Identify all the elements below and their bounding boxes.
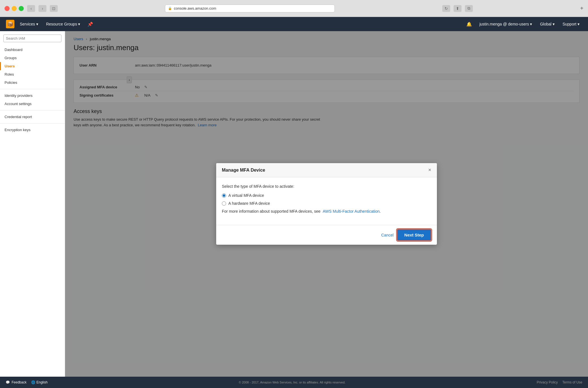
resource-groups-label: Resource Groups <box>46 22 77 26</box>
sidebar-item-dashboard[interactable]: Dashboard <box>0 46 65 54</box>
hardware-mfa-label: A hardware MFA device <box>228 201 270 206</box>
sidebar-item-label: Credential report <box>5 115 32 119</box>
sidebar-item-account-settings[interactable]: Account settings <box>0 100 65 108</box>
manage-mfa-modal: Manage MFA Device × Select the type of M… <box>216 163 437 245</box>
footer: 💬 Feedback 🌐 English © 2008 - 2017, Amaz… <box>0 377 588 388</box>
sidebar-item-identity-providers[interactable]: Identity providers <box>0 91 65 100</box>
modal-overlay: Manage MFA Device × Select the type of M… <box>65 31 588 377</box>
cancel-button[interactable]: Cancel <box>381 233 394 237</box>
sidebar-item-label: Roles <box>5 72 14 76</box>
feedback-button[interactable]: 💬 Feedback <box>6 380 27 384</box>
resource-groups-menu[interactable]: Resource Groups ▾ <box>42 17 84 31</box>
services-label: Services <box>20 22 35 26</box>
hardware-mfa-option[interactable]: A hardware MFA device <box>222 201 431 206</box>
support-menu[interactable]: Support ▾ <box>559 17 583 31</box>
mfa-info-end: . <box>380 209 381 214</box>
mfa-info: For more information about supported MFA… <box>222 209 431 214</box>
services-chevron-icon: ▾ <box>36 22 38 26</box>
url-bar[interactable]: 🔒 console.aws.amazon.com <box>165 5 335 12</box>
region-label: Global <box>540 22 551 26</box>
tab-button[interactable]: ⧉ <box>465 5 473 12</box>
language-selector[interactable]: 🌐 English <box>31 380 48 384</box>
sidebar-item-label: Identity providers <box>5 93 33 98</box>
new-tab-button[interactable]: + <box>580 5 583 12</box>
sidebar-item-label: Encryption keys <box>5 128 31 132</box>
mfa-auth-link[interactable]: AWS Multi-Factor Authentication <box>323 209 380 214</box>
sidebar-item-roles[interactable]: Roles <box>0 70 65 78</box>
copyright-text: © 2008 - 2017, Amazon Web Services, Inc.… <box>239 381 345 384</box>
region-menu[interactable]: Global ▾ <box>536 17 558 31</box>
next-step-button[interactable]: Next Step <box>397 229 431 241</box>
globe-icon: 🌐 <box>31 380 35 384</box>
minimize-window-button[interactable] <box>12 6 17 11</box>
feedback-label: Feedback <box>12 380 27 384</box>
search-container <box>3 35 61 42</box>
sidebar-item-label: Users <box>5 64 15 68</box>
virtual-mfa-radio[interactable] <box>222 193 226 198</box>
url-text: console.aws.amazon.com <box>174 6 216 10</box>
mfa-info-text: For more information about supported MFA… <box>222 209 321 214</box>
search-input[interactable] <box>3 35 61 42</box>
support-chevron-icon: ▾ <box>578 22 580 26</box>
sidebar-divider-3 <box>0 123 65 123</box>
modal-footer: Cancel Next Step <box>216 225 437 245</box>
sidebar-item-label: Policies <box>5 80 17 85</box>
sidebar-item-label: Dashboard <box>5 48 23 52</box>
back-button[interactable]: ‹ <box>27 5 35 12</box>
modal-title: Manage MFA Device <box>222 168 265 173</box>
content-area: Users › justin.menga Users: justin.menga… <box>65 31 588 377</box>
sidebar-divider <box>0 89 65 89</box>
reload-button[interactable]: ↻ <box>442 5 450 12</box>
sidebar-divider-2 <box>0 110 65 110</box>
modal-close-button[interactable]: × <box>428 167 431 173</box>
services-menu[interactable]: Services ▾ <box>16 17 42 31</box>
resource-groups-chevron-icon: ▾ <box>78 22 80 26</box>
share-button[interactable]: ⬆ <box>454 5 462 12</box>
aws-logo-icon: 📦 <box>7 21 13 27</box>
terms-of-use-link[interactable]: Terms of Use <box>562 380 582 384</box>
aws-logo-box: 📦 <box>6 20 14 28</box>
forward-button[interactable]: › <box>38 5 46 12</box>
privacy-policy-link[interactable]: Privacy Policy <box>537 380 558 384</box>
sidebar-item-groups[interactable]: Groups <box>0 54 65 62</box>
user-menu[interactable]: justin.menga @ demo-users ▾ <box>475 17 536 31</box>
support-label: Support <box>563 22 576 26</box>
sidebar: Dashboard Groups Users Roles Policies Id… <box>0 31 65 377</box>
sidebar-item-credential-report[interactable]: Credential report <box>0 113 65 121</box>
virtual-mfa-label: A virtual MFA device <box>228 193 264 198</box>
browser-chrome: ‹ › ⊡ 🔒 console.aws.amazon.com ↻ ⬆ ⧉ + <box>0 0 588 17</box>
virtual-mfa-option[interactable]: A virtual MFA device <box>222 193 431 198</box>
main-layout: Dashboard Groups Users Roles Policies Id… <box>0 31 588 377</box>
footer-links: Privacy Policy Terms of Use <box>537 380 582 384</box>
sidebar-toggle-button[interactable]: ⊡ <box>50 5 58 12</box>
sidebar-item-label: Account settings <box>5 102 31 106</box>
sidebar-item-label: Groups <box>5 56 17 60</box>
close-window-button[interactable] <box>5 6 10 11</box>
sidebar-item-encryption-keys[interactable]: Encryption keys <box>0 126 65 134</box>
user-chevron-icon: ▾ <box>530 22 532 26</box>
pin-icon[interactable]: 📌 <box>84 22 96 27</box>
traffic-lights <box>5 6 24 11</box>
language-label: English <box>37 380 48 384</box>
bell-icon[interactable]: 🔔 <box>463 22 475 27</box>
aws-logo: 📦 <box>5 18 16 30</box>
hardware-mfa-radio[interactable] <box>222 201 226 206</box>
modal-description: Select the type of MFA device to activat… <box>222 184 431 189</box>
footer-copyright: © 2008 - 2017, Amazon Web Services, Inc.… <box>48 381 537 384</box>
chat-icon: 💬 <box>6 380 10 384</box>
sidebar-item-policies[interactable]: Policies <box>0 78 65 87</box>
user-label: justin.menga @ demo-users <box>479 22 529 26</box>
sidebar-item-users[interactable]: Users <box>0 62 65 70</box>
region-chevron-icon: ▾ <box>553 22 555 26</box>
modal-header: Manage MFA Device × <box>216 163 437 177</box>
modal-body: Select the type of MFA device to activat… <box>216 177 437 225</box>
maximize-window-button[interactable] <box>19 6 24 11</box>
lock-icon: 🔒 <box>168 7 172 10</box>
aws-topnav: 📦 Services ▾ Resource Groups ▾ 📌 🔔 justi… <box>0 17 588 31</box>
